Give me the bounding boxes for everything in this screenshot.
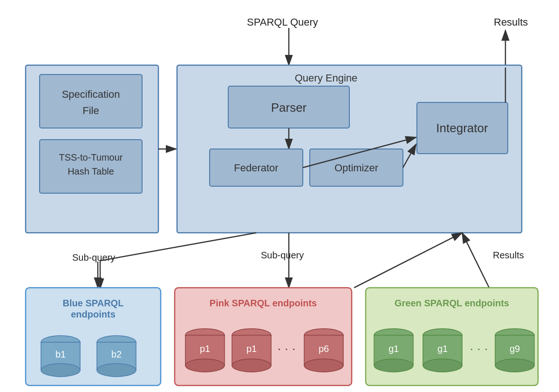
pink-cyl-p1b-bottom	[232, 359, 271, 372]
green-to-integrator-arrow	[462, 233, 489, 288]
results-top-label: Results	[494, 16, 528, 28]
sub-query-left-label: Sub-query	[72, 252, 115, 263]
results-right-label: Results	[493, 250, 524, 260]
spec-file-label-line1: Specification	[62, 88, 120, 100]
architecture-diagram: SPARQL Query Results Query Engine Parser…	[0, 0, 559, 392]
pink-to-integrator-arrow	[354, 233, 462, 288]
pink-cyl-p6-bottom	[304, 359, 343, 372]
blue-cyl-b1-bottom	[41, 364, 80, 377]
blue-cyl-b2-bottom	[97, 364, 136, 377]
blue-b1-label: b1	[55, 349, 66, 359]
blue-endpoints-label-line2: endpoints	[71, 309, 116, 319]
parser-label: Parser	[271, 101, 307, 115]
green-cyl-g1a-bottom	[374, 359, 413, 372]
pink-p1a-label: p1	[200, 344, 210, 354]
pink-cyl-p1a-bottom	[185, 359, 225, 372]
blue-endpoints-label-line1: Blue SPARQL	[63, 298, 124, 308]
spec-file-label-line2: File	[82, 105, 99, 116]
green-cyl-g1b-bottom	[423, 359, 462, 372]
integrator-label: Integrator	[436, 121, 488, 135]
sparql-query-label: SPARQL Query	[247, 16, 318, 28]
sub-query-center-label: Sub-query	[261, 250, 304, 260]
diagram-container: SPARQL Query Results Query Engine Parser…	[0, 0, 559, 392]
fed-to-blue-line	[100, 233, 256, 261]
pink-dots: · · ·	[278, 341, 296, 356]
green-cyl-g9-bottom	[495, 359, 534, 372]
pink-p6-label: p6	[319, 344, 329, 354]
green-dots: · · ·	[470, 341, 488, 356]
hash-table-label-line1: TSS-to-Tumour	[59, 152, 123, 162]
green-endpoints-label: Green SPARQL endpoints	[395, 298, 509, 308]
federator-label: Federator	[234, 162, 278, 174]
green-g9-label: g9	[510, 344, 520, 354]
blue-b2-label: b2	[111, 349, 122, 359]
pink-p1b-label: p1	[246, 344, 257, 354]
spec-file-box	[40, 74, 142, 128]
green-g1b-label: g1	[437, 344, 448, 354]
optimizer-label: Optimizer	[334, 162, 378, 174]
pink-endpoints-label: Pink SPARQL endpoints	[210, 298, 317, 308]
hash-table-label-line2: Hash Table	[68, 166, 114, 176]
green-g1a-label: g1	[389, 344, 399, 354]
query-engine-label: Query Engine	[295, 72, 358, 84]
